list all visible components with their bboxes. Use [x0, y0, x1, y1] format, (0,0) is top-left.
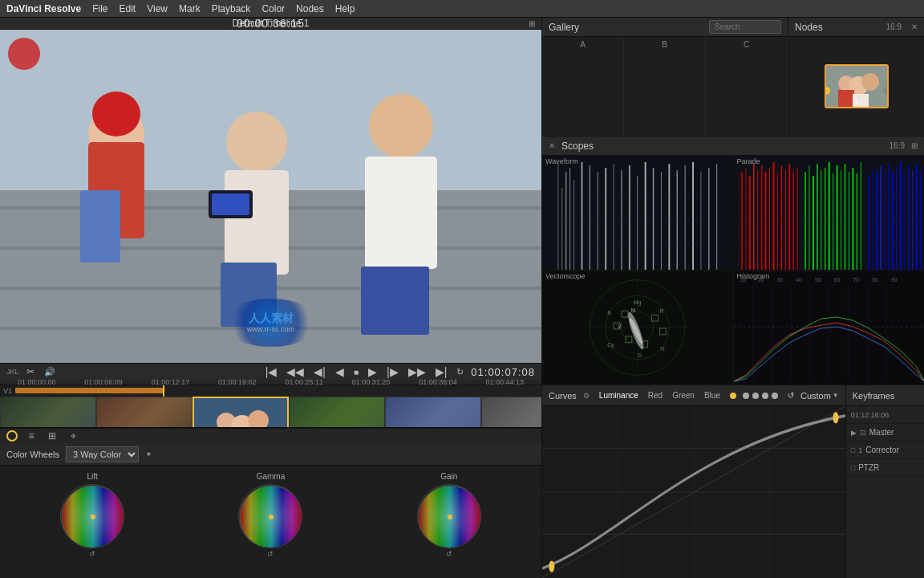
curve-tab-red[interactable]: Red — [645, 391, 666, 400]
svg-text:B: B — [607, 310, 611, 315]
cut-button[interactable]: ✂ — [24, 364, 37, 379]
color-toolbar: ≡ ⊞ ⌖ — [0, 428, 541, 443]
menu-file[interactable]: File — [92, 3, 107, 14]
gamma-reset[interactable]: ↺ — [267, 550, 274, 558]
nodes-panel: Nodes 16:9 ✕ — [788, 18, 924, 136]
svg-point-34 — [269, 515, 274, 519]
clip-item-01[interactable]: 00:00:03:02 01 V1 — [0, 397, 96, 427]
timeline-header: Default Timeline 1 00:00:36:15 ⊞ — [0, 18, 541, 30]
lift-wheel-item: Lift — [6, 472, 178, 572]
svg-text:Mg: Mg — [634, 299, 642, 306]
color-mode-circle[interactable] — [6, 430, 18, 442]
reverse-button[interactable]: ◀ — [333, 364, 346, 380]
menu-help[interactable]: Help — [335, 3, 355, 14]
lift-label: Lift — [87, 472, 97, 481]
prev-clip-button[interactable]: ◀◀ — [284, 364, 306, 380]
histogram-title: Histogram — [737, 272, 770, 280]
custom-dropdown[interactable]: Custom ▼ — [800, 391, 839, 401]
clip-strip: 00:00:03:02 01 V1 00:00:01:11 02 V1 — [0, 397, 541, 428]
gallery-search-input[interactable] — [709, 20, 781, 34]
svg-rect-12 — [225, 170, 289, 275]
audio-button[interactable]: 🔊 — [42, 365, 58, 379]
svg-text:70: 70 — [853, 277, 859, 283]
color-mode-select[interactable]: 3 Way Color — [66, 446, 139, 462]
curve-tab-blue[interactable]: Blue — [701, 391, 723, 400]
clip-item-06[interactable]: 00:00:04:20 06 V1 — [481, 397, 541, 427]
video-art: 人人素材 www.rr-sc.com — [0, 30, 541, 363]
svg-point-164 — [743, 393, 749, 399]
waveform-panel: Waveform ≡ 1023 896 768 640 512 384 256 … — [542, 156, 733, 270]
keyframe-corrector-item[interactable]: □ 1 Corrector — [846, 442, 924, 459]
bars-icon[interactable]: ≡ — [24, 429, 38, 443]
curve-reset-icon[interactable]: ↺ — [788, 391, 794, 400]
scopes-expand-icon[interactable]: ⊞ — [911, 141, 918, 150]
clip-item-05[interactable]: 00:00:36:15 05 V1 — [385, 397, 481, 427]
svg-point-42 — [861, 73, 879, 91]
clip-item-03[interactable]: 00:00:36:15 03 V1 — [192, 397, 289, 427]
clip-item-02[interactable]: 00:00:01:11 02 V1 — [96, 397, 192, 427]
clip-item-04[interactable]: 00:00:11:15 04 V1 — [289, 397, 385, 427]
keyframe-expand-icon[interactable]: ▶ — [851, 429, 857, 437]
vectorscope-panel: Vectorscope ≡ — [542, 271, 733, 385]
gallery-col-a-label: A — [580, 40, 586, 49]
menu-mark[interactable]: Mark — [179, 3, 201, 14]
gamma-wheel[interactable] — [238, 484, 302, 548]
clip-thumb-01 — [1, 397, 95, 428]
stop-button[interactable]: ■ — [351, 366, 361, 378]
color-wheels-body: Lift — [0, 466, 541, 578]
timeline-track[interactable] — [15, 385, 541, 397]
custom-dropdown-arrow[interactable]: ▼ — [833, 392, 839, 399]
bottom-right-section: Curves ⚙ Luminance Red Green Blue — [542, 385, 924, 578]
lift-wheel[interactable] — [60, 484, 124, 548]
nodes-close-icon[interactable]: ✕ — [911, 22, 918, 31]
clip-thumb-03 — [194, 398, 287, 428]
step-back-button[interactable]: ◀| — [311, 364, 328, 380]
keyframe-corrector-icon: □ — [851, 446, 855, 454]
curve-tab-green[interactable]: Green — [669, 391, 698, 400]
keyframe-ptzr-item[interactable]: □ PTZR — [846, 459, 924, 477]
menu-nodes[interactable]: Nodes — [296, 3, 324, 14]
gain-label: Gain — [440, 472, 457, 481]
camera-icon[interactable]: ⌖ — [66, 429, 80, 443]
play-button[interactable]: ▶ — [366, 364, 379, 380]
svg-point-166 — [762, 393, 768, 399]
first-frame-button[interactable]: |◀ — [263, 364, 280, 380]
mode-expand-arrow[interactable]: ▼ — [145, 450, 152, 458]
node-1[interactable]: 1 — [825, 64, 889, 108]
ruler-mark: 01:00:31:20 — [338, 380, 404, 385]
keyframe-master-item[interactable]: ▶ ⊡ Master — [846, 424, 924, 442]
step-forward-button[interactable]: |▶ — [384, 364, 401, 380]
curves-body[interactable] — [542, 406, 845, 578]
timeline-expand-icon[interactable]: ⊞ — [529, 19, 535, 28]
svg-point-19 — [8, 38, 40, 70]
watermark: 人人素材 www.rr-sc.com — [223, 299, 319, 347]
next-clip-button[interactable]: ▶▶ — [406, 364, 428, 380]
playhead — [163, 385, 164, 397]
gallery-title: Gallery — [549, 22, 579, 33]
left-panel: Default Timeline 1 00:00:36:15 ⊞ — [0, 18, 541, 578]
gain-wheel[interactable] — [417, 484, 481, 548]
menu-edit[interactable]: Edit — [120, 3, 136, 14]
keyframes-header: Keyframes — [846, 385, 924, 406]
svg-rect-10 — [80, 190, 120, 263]
menu-view[interactable]: View — [147, 3, 168, 14]
last-frame-button[interactable]: ▶| — [433, 364, 450, 380]
gain-reset[interactable]: ↺ — [446, 550, 452, 558]
color-wheels-header: Color Wheels 3 Way Color ▼ — [0, 443, 541, 466]
gallery-col-c: C — [706, 37, 788, 136]
curves-settings-icon[interactable]: ⚙ — [583, 392, 590, 400]
svg-text:Yl: Yl — [659, 346, 665, 352]
lift-reset[interactable]: ↺ — [89, 550, 95, 558]
svg-point-177 — [833, 412, 838, 423]
menu-color[interactable]: Color — [261, 3, 285, 14]
gallery-col-c-label: C — [744, 40, 749, 49]
menu-playback[interactable]: Playback — [212, 3, 251, 14]
loop-button[interactable]: ↻ — [454, 365, 466, 379]
svg-rect-18 — [212, 193, 249, 215]
transform-icon[interactable]: ⊞ — [45, 429, 59, 443]
gain-wheel-svg — [418, 485, 481, 548]
scopes-title: Scopes — [561, 140, 594, 152]
keyframe-type-icon: ⊡ — [860, 429, 866, 437]
scopes-close-icon[interactable]: ✕ — [549, 141, 555, 150]
curve-tab-luminance[interactable]: Luminance — [596, 391, 642, 400]
